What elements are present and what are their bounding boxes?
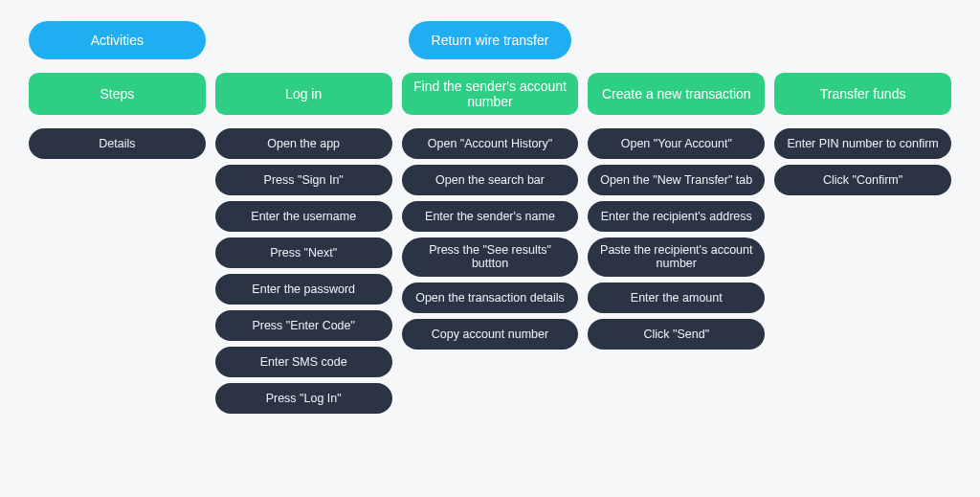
details-list: Open the app Press "Sign In" Enter the u… — [215, 128, 392, 414]
detail-item[interactable]: Open the search bar — [402, 165, 579, 195]
detail-item[interactable]: Click "Send" — [588, 319, 765, 350]
detail-item[interactable]: Press "Sign In" — [215, 165, 392, 195]
detail-item[interactable]: Enter the password — [215, 274, 392, 305]
detail-item[interactable]: Press "Enter Code" — [215, 310, 392, 341]
details-list: Open "Your Account" Open the "New Transf… — [588, 128, 765, 350]
step-column: Return wire transfer Find the sender's a… — [402, 21, 579, 414]
detail-item[interactable]: Open "Your Account" — [588, 128, 765, 159]
details-row-label: Details — [29, 128, 206, 159]
detail-item[interactable]: Copy account number — [402, 319, 579, 350]
detail-item[interactable]: Enter the sender's name — [402, 201, 579, 232]
details-list: Open "Account History" Open the search b… — [402, 128, 579, 350]
step-header[interactable]: Create a new transaction — [588, 73, 765, 115]
detail-item[interactable]: Press "Next" — [215, 237, 392, 268]
steps-row-label: Steps — [29, 73, 206, 115]
activities-row-label: Activities — [29, 21, 206, 59]
labels-column: Activities Steps Details — [29, 21, 206, 414]
detail-item[interactable]: Open the transaction details — [402, 282, 579, 313]
detail-item[interactable]: Press the "See results" buttton — [402, 237, 579, 277]
step-header[interactable]: Find the sender's account number — [402, 73, 579, 115]
step-header[interactable]: Log in — [215, 73, 392, 115]
detail-item[interactable]: Enter PIN number to confirm — [774, 128, 951, 159]
detail-item[interactable]: Paste the recipient's account number — [588, 237, 765, 277]
detail-item[interactable]: Enter the amount — [588, 282, 765, 313]
step-column: Log in Open the app Press "Sign In" Ente… — [215, 21, 392, 414]
detail-item[interactable]: Enter SMS code — [215, 347, 392, 377]
detail-item[interactable]: Enter the username — [215, 201, 392, 232]
activity-card[interactable]: Return wire transfer — [409, 21, 571, 59]
detail-item[interactable]: Open the "New Transfer" tab — [588, 165, 765, 195]
step-column: Transfer funds Enter PIN number to confi… — [774, 21, 951, 414]
detail-item[interactable]: Open "Account History" — [402, 128, 579, 159]
detail-item[interactable]: Click "Confirm" — [774, 165, 951, 195]
details-list: Enter PIN number to confirm Click "Confi… — [774, 128, 951, 195]
detail-item[interactable]: Open the app — [215, 128, 392, 159]
story-map-board: Activities Steps Details Log in Open the… — [29, 21, 951, 414]
detail-item[interactable]: Enter the recipient's address — [588, 201, 765, 232]
step-column: Create a new transaction Open "Your Acco… — [588, 21, 765, 414]
step-header[interactable]: Transfer funds — [774, 73, 951, 115]
detail-item[interactable]: Press "Log In" — [215, 383, 392, 414]
